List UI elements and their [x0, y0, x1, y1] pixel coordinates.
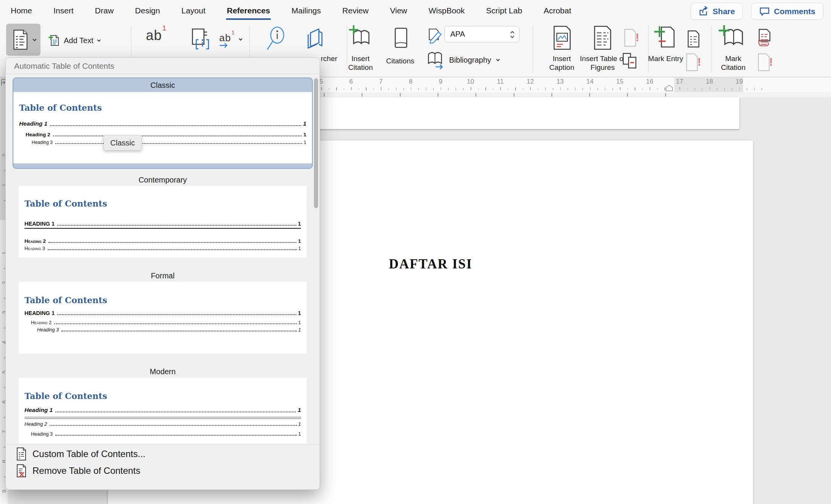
toc-style-preview: Table of ContentsHEADING 11Heading 21Hea… — [19, 186, 307, 258]
toc-style-option-modern[interactable]: Table of ContentsHeading 11Heading 21Hea… — [19, 378, 307, 444]
update-index-button[interactable]: ! — [684, 53, 701, 73]
add-text-button[interactable]: Add Text — [48, 33, 101, 48]
next-footnote-button[interactable]: ab1 — [219, 31, 243, 48]
dropdown-scrollbar-thumb[interactable] — [314, 78, 318, 208]
mark-citation-icon — [718, 25, 747, 50]
tab-insert[interactable]: Insert — [53, 2, 74, 20]
tab-acrobat[interactable]: Acrobat — [543, 2, 572, 20]
tab-home[interactable]: Home — [10, 2, 33, 20]
right-margin-marker[interactable] — [666, 85, 673, 91]
citation-style-value: APA — [450, 30, 465, 39]
insert-caption-icon — [551, 25, 574, 51]
tab-script-lab[interactable]: Script Lab — [485, 2, 523, 20]
smart-lookup-icon — [264, 26, 289, 53]
insert-table-of-figures-button[interactable] — [591, 25, 614, 51]
insert-caption-button[interactable] — [551, 25, 574, 51]
update-index-icon: ! — [684, 53, 701, 73]
toc-style-option-contemporary[interactable]: Table of ContentsHEADING 11Heading 21Hea… — [19, 186, 307, 258]
ruler-number: 11 — [493, 78, 508, 86]
add-text-label: Add Text — [64, 36, 93, 45]
ruler-number: 13 — [553, 78, 568, 86]
mark-entry-button[interactable] — [654, 25, 679, 50]
toc-document-icon — [11, 29, 30, 50]
tab-wispbook[interactable]: WispBook — [428, 2, 466, 20]
custom-toc-icon — [16, 447, 27, 461]
menu-item-custom-table-of-contents[interactable]: Custom Table of Contents... — [6, 446, 320, 462]
toc-preview-entry: HEADING 11 — [24, 310, 301, 316]
insert-footnote-button[interactable]: ab1 — [146, 27, 167, 44]
tab-mailings[interactable]: Mailings — [291, 2, 322, 20]
share-button[interactable]: Share — [690, 3, 743, 20]
svg-text:!: ! — [769, 55, 773, 68]
tab-view[interactable]: View — [389, 2, 408, 20]
cross-reference-button[interactable] — [621, 52, 639, 71]
menu-item-label: Remove Table of Contents — [32, 465, 140, 476]
update-table-icon: ! — [622, 28, 639, 48]
insert-table-of-figures-label: Insert Table of Figures — [579, 54, 626, 72]
stepper-icon[interactable] — [508, 28, 517, 40]
insert-table-of-figures-icon — [591, 25, 614, 51]
tab-design[interactable]: Design — [134, 2, 161, 20]
toc-style-gallery: ClassicTable of ContentsHeading 11Headin… — [6, 74, 320, 444]
toc-preview-title: Table of Contents — [24, 295, 301, 305]
remove-toc-icon — [16, 464, 27, 478]
group-separator — [648, 26, 648, 73]
comments-button[interactable]: Comments — [751, 3, 823, 20]
toc-style-preview: Table of ContentsHeading 11Heading 21Hea… — [13, 92, 312, 163]
toc-style-name: Contemporary — [6, 174, 320, 186]
svg-text:!: ! — [635, 31, 639, 44]
citations-label: Citations — [374, 57, 426, 65]
insert-table-of-authorities-button[interactable] — [756, 28, 774, 48]
ruler-number: 7 — [373, 78, 388, 86]
toc-preview-entry: Heading 21 — [24, 238, 301, 244]
ruler-number: 15 — [612, 78, 627, 86]
svg-text:!: ! — [697, 55, 701, 68]
smart-lookup-button[interactable] — [264, 26, 289, 53]
tab-draw[interactable]: Draw — [94, 2, 115, 20]
ruler-number: 10 — [463, 78, 478, 86]
bibliography-icon — [427, 50, 445, 69]
comments-icon — [759, 6, 770, 16]
toc-preview-entry: Heading 11 — [19, 120, 306, 127]
update-table-button[interactable]: ! — [622, 28, 639, 48]
chevron-down-icon — [496, 58, 500, 61]
toc-preview-entry: Heading 31 — [24, 246, 301, 251]
ruler-number: 17 — [672, 78, 687, 86]
toc-style-name: Modern — [6, 366, 320, 378]
tab-review[interactable]: Review — [341, 2, 369, 20]
insert-index-button[interactable] — [686, 30, 701, 48]
toc-style-name: Classic — [13, 78, 312, 92]
insert-index-icon — [686, 30, 701, 48]
add-text-icon — [48, 34, 60, 47]
researcher-button[interactable] — [304, 27, 327, 52]
update-table-of-authorities-button[interactable]: ! — [756, 53, 773, 73]
ruler-number: 12 — [522, 78, 538, 86]
cross-reference-icon — [621, 52, 639, 71]
researcher-icon — [304, 27, 327, 52]
next-footnote-icon: ab1 — [219, 31, 234, 48]
toc-style-name: Formal — [6, 270, 320, 282]
toc-preview-entry: Heading 11 — [24, 407, 301, 414]
insert-endnote-icon — [187, 27, 212, 52]
insert-citation-button[interactable] — [348, 25, 374, 50]
mark-citation-button[interactable] — [718, 25, 747, 50]
tab-references[interactable]: References — [226, 2, 271, 20]
citation-style-select[interactable]: APA — [445, 26, 519, 42]
toc-style-option-classic[interactable]: ClassicTable of ContentsHeading 11Headin… — [13, 78, 313, 169]
toc-preview-entry: Heading 21 — [26, 132, 306, 137]
citations-icon — [390, 27, 412, 50]
menu-item-remove-table-of-contents[interactable]: Remove Table of Contents — [6, 462, 320, 479]
toc-style-option-formal[interactable]: Table of ContentsHEADING 11Heading 21Hea… — [19, 282, 307, 354]
ruler-number: 6 — [343, 78, 359, 86]
citations-button[interactable] — [390, 27, 412, 50]
insert-endnote-button[interactable] — [187, 27, 212, 52]
insert-citation-icon — [348, 25, 374, 50]
group-separator — [533, 26, 533, 73]
ruler-number: 18 — [702, 78, 717, 86]
toc-style-preview: Table of ContentsHEADING 11Heading 21Hea… — [19, 282, 307, 354]
ruler-number: 19 — [732, 78, 747, 86]
tab-layout[interactable]: Layout — [181, 2, 206, 20]
dropdown-footer: Custom Table of Contents...Remove Table … — [6, 446, 320, 479]
table-of-contents-button[interactable] — [6, 24, 40, 56]
bibliography-button[interactable]: Bibliography — [427, 50, 500, 69]
